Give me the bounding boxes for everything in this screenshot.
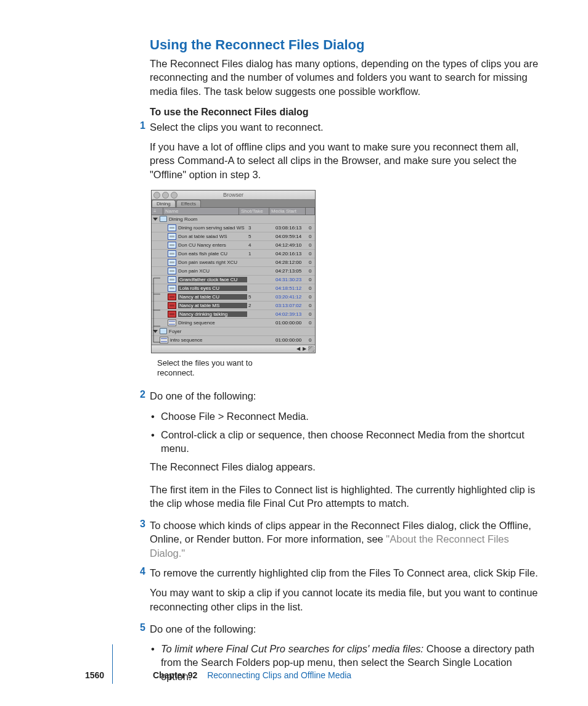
row-media-start: 01:00:00:00: [276, 320, 309, 326]
table-row[interactable]: Don at table salad WS504:09:59:140: [152, 232, 315, 241]
clip-icon: [168, 233, 176, 240]
table-row[interactable]: Nancy at table MS203:13:07:020: [152, 302, 315, 310]
bin-folder-icon: [160, 216, 167, 222]
page-number: 1560: [85, 670, 118, 680]
clip-icon: [168, 242, 176, 248]
step-number: 2: [134, 389, 145, 400]
intro-paragraph: The Reconnect Files dialog has many opti…: [150, 57, 544, 98]
table-row[interactable]: Grandfather clock face CU04:31:30:230: [152, 276, 315, 284]
tab-dining[interactable]: Dining: [152, 200, 176, 207]
sequence-icon: [168, 319, 176, 326]
disclosure-triangle-icon[interactable]: [153, 330, 158, 333]
zoom-icon[interactable]: [171, 192, 178, 199]
table-row[interactable]: Don CU Nancy enters404:12:49:100: [152, 241, 315, 250]
row-name: Nancy at table CU: [178, 294, 247, 300]
step-1-note: If you have a lot of offline clips and y…: [150, 140, 544, 181]
table-row[interactable]: Don pain sweats right XCU04:28:12:000: [152, 258, 315, 267]
row-shot: 4: [248, 242, 276, 248]
resize-grip-icon[interactable]: [308, 346, 314, 352]
table-row[interactable]: Dining Room: [152, 215, 315, 224]
table-row[interactable]: Nancy drinking talking04:02:39:130: [152, 310, 315, 319]
disclosure-triangle-icon[interactable]: [153, 218, 158, 221]
browser-titlebar: Browser: [152, 191, 315, 200]
table-row[interactable]: Dining room serving salad WS303:08:16:13…: [152, 224, 315, 232]
row-trailing: 0: [309, 320, 315, 326]
column-header-row: ≡ Name Shot/Take Media Start: [152, 207, 315, 215]
bullet-text: Choose File > Reconnect Media.: [161, 411, 309, 422]
bullet-item: Control-click a clip or sequence, then c…: [150, 428, 544, 456]
row-shot: 2: [248, 303, 276, 308]
step-4-note: You may want to skip a clip if you canno…: [150, 586, 544, 614]
row-media-start: 01:00:00:00: [276, 337, 309, 343]
table-row[interactable]: Foyer: [152, 327, 315, 336]
step-number: 1: [134, 120, 145, 131]
page: Using the Reconnect Files Dialog The Rec…: [0, 0, 588, 706]
row-name: Don at table salad WS: [178, 234, 248, 239]
scroll-left-icon[interactable]: ◀: [295, 346, 301, 352]
browser-window: Browser Dining Effects ≡ Name Shot/Take …: [151, 190, 316, 353]
row-shot: 5: [248, 234, 276, 239]
column-header-icon[interactable]: ≡: [152, 208, 163, 215]
row-trailing: 0: [309, 234, 315, 239]
step-text: To choose which kinds of clips appear in…: [150, 519, 544, 560]
bin-folder-icon: [160, 328, 167, 334]
row-shot: 1: [248, 251, 276, 257]
table-row[interactable]: Lola rolls eyes CU04:18:51:120: [152, 284, 315, 293]
row-media-start: 03:08:16:13: [276, 225, 309, 231]
row-name: Don pain sweats right XCU: [178, 260, 248, 265]
row-name: Nancy drinking talking: [178, 311, 247, 317]
row-trailing: 0: [309, 225, 315, 231]
clip-icon: [168, 250, 176, 257]
table-row[interactable]: intro sequence01:00:00:000: [152, 336, 315, 345]
clip-icon: [168, 276, 176, 283]
row-name: Dining Room: [169, 216, 248, 222]
row-name: Don eats fish plate CU: [178, 251, 248, 257]
step-4: 4 To remove the currently highlighted cl…: [150, 566, 544, 580]
close-icon[interactable]: [153, 192, 160, 199]
browser-tabs: Dining Effects: [152, 200, 315, 207]
row-name: Grandfather clock face CU: [178, 277, 247, 282]
row-name: Don pain XCU: [178, 268, 248, 274]
row-media-start: 04:12:49:10: [276, 242, 309, 248]
table-row[interactable]: Dining sequence01:00:00:000: [152, 319, 315, 327]
row-media-start: 04:31:30:23: [276, 277, 309, 282]
page-footer: 1560 Chapter 92 Reconnecting Clips and O…: [85, 670, 553, 680]
row-name: Dining sequence: [178, 320, 248, 326]
column-header-more[interactable]: [306, 208, 315, 215]
row-trailing: 0: [309, 337, 315, 343]
table-row[interactable]: Nancy at table CU503:20:41:120: [152, 293, 315, 302]
clip-icon: [168, 285, 176, 292]
chapter-title: Reconnecting Clips and Offline Media: [207, 670, 351, 680]
clip-icon: [168, 293, 176, 300]
row-trailing: 0: [309, 277, 315, 282]
column-header-name[interactable]: Name: [163, 208, 239, 215]
row-trailing: 0: [309, 285, 315, 291]
minimize-icon[interactable]: [162, 192, 169, 199]
row-name: Dining room serving salad WS: [178, 225, 248, 231]
tab-effects[interactable]: Effects: [176, 200, 201, 207]
clip-icon: [168, 224, 176, 231]
window-traffic-lights[interactable]: [153, 192, 178, 199]
column-header-shot[interactable]: Shot/Take: [239, 208, 269, 215]
bullet-emphasis: To limit where Final Cut Pro searches fo…: [161, 643, 427, 654]
scroll-right-icon[interactable]: ▶: [301, 346, 308, 352]
step-1: 1 Select the clips you want to reconnect…: [150, 120, 544, 134]
section-heading: Using the Reconnect Files Dialog: [150, 37, 544, 53]
chapter-label: Chapter 92: [153, 670, 197, 680]
row-media-start: 04:18:51:12: [276, 285, 309, 291]
row-media-start: 04:27:13:05: [276, 268, 309, 274]
table-row[interactable]: Don pain XCU04:27:13:050: [152, 267, 315, 276]
sequence-icon: [160, 337, 168, 343]
table-row[interactable]: Don eats fish plate CU104:20:16:130: [152, 250, 315, 258]
step-2-result: The Reconnect Files dialog appears.: [150, 460, 544, 474]
horizontal-scrollbar[interactable]: ◀ ▶: [152, 345, 315, 353]
column-header-media[interactable]: Media Start: [269, 208, 306, 215]
step-2-detail: The first item in the Files to Connect l…: [150, 483, 544, 511]
clip-icon: [168, 268, 176, 274]
screenshot-caption: Select the files you want to reconnect.: [157, 358, 268, 379]
bullet-text: Control-click a clip or sequence, then c…: [161, 429, 525, 454]
bullet-item: Choose File > Reconnect Media.: [150, 409, 544, 423]
content-column: Using the Reconnect Files Dialog The Rec…: [150, 37, 544, 688]
row-name: Lola rolls eyes CU: [178, 285, 247, 291]
row-name: intro sequence: [170, 337, 248, 343]
